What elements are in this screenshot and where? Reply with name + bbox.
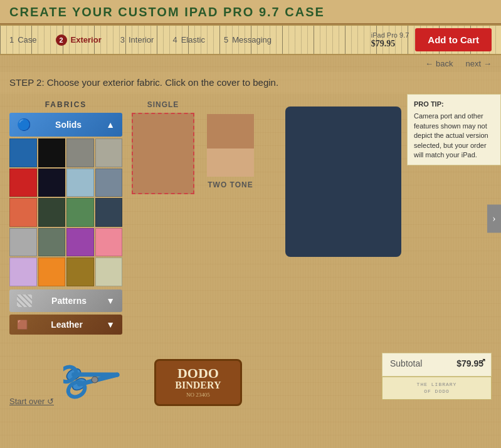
steps-list: 1 Case 2 Exterior 3 Interior 4 Elastic 5… [9,34,371,46]
step-label-messaging: Messaging [232,35,272,44]
subtotal-row: Subtotal $79.95 [390,358,483,368]
dodo-text-dodo: DODO [177,367,219,380]
swatch-red[interactable] [9,169,37,197]
step-label-exterior: Exterior [71,35,102,44]
pro-tip-title: PRO TIP: [414,100,494,109]
step-label-interior: Interior [129,35,154,44]
swatch-cream[interactable] [95,258,123,286]
dodo-no-text: NO 23405 [186,392,210,398]
step-number-3: 3 [120,35,125,44]
step-item-elastic[interactable]: 4 Elastic [172,35,205,44]
library-line2: OF DODO [386,388,487,395]
step-label-elastic: Elastic [181,35,205,44]
swatch-lightgray[interactable] [9,228,37,257]
swatch-gray1[interactable] [66,138,94,167]
patterns-label: Patterns [51,296,87,306]
color-grid [9,138,122,286]
solids-button[interactable]: 🔵 Solids ▲ [9,113,122,137]
steps-bar: 1 Case 2 Exterior 3 Interior 4 Elastic 5… [0,24,501,55]
price-info: iPad Pro 9.7 $79.95 [371,31,409,49]
subtotal-box: ↗ Subtotal $79.95 THE LIBRARY OF DODO [382,353,492,399]
subtotal-label: Subtotal [390,358,422,368]
swatch-sage[interactable] [38,228,66,257]
swatch-purple[interactable] [66,228,94,257]
leather-category: 🟫 Leather ▼ [9,315,122,335]
dodo-text-bindery: BINDERY [175,380,221,390]
library-card: THE LIBRARY OF DODO [382,377,492,399]
patterns-category: Patterns ▼ [9,289,122,312]
patterns-texture-icon [17,294,32,307]
nav-row: ← back next → [0,55,501,72]
page-title: CREATE YOUR CUSTOM IPAD PRO 9.7 CASE [9,5,325,19]
swatch-blue[interactable] [9,138,37,167]
leather-icon: 🟫 [17,320,28,330]
leather-expand-icon: ▼ [106,320,115,330]
swatch-orange[interactable] [9,198,37,227]
step-item-interior[interactable]: 3 Interior [120,35,154,44]
start-over-link[interactable]: Start over ↺ [9,397,54,406]
main-content: FABRICS 🔵 Solids ▲ [0,94,501,343]
dodo-logo: DODO BINDERY NO 23405 [154,359,242,406]
step-number-5: 5 [224,35,228,44]
step-label-case: Case [18,35,36,44]
step-item-messaging[interactable]: 5 Messaging [224,35,272,44]
library-line1: THE LIBRARY [386,381,487,388]
swatch-gray2[interactable] [95,138,123,167]
expand-icon[interactable]: ↗ [480,357,486,365]
back-link[interactable]: ← back [425,59,453,68]
two-tone-fabric-option: TWO TONE [207,114,254,189]
swatch-tan[interactable] [66,258,94,286]
single-fabric-option: SINGLE [132,100,194,194]
back-label: back [436,59,453,68]
solids-expand-icon: ▲ [106,120,115,130]
leather-button[interactable]: 🟫 Leather ▼ [9,315,122,335]
swatch-darkgreen[interactable] [38,198,66,227]
single-label: SINGLE [147,100,179,109]
step-number-4: 4 [172,35,177,44]
fabrics-title: FABRICS [9,100,122,109]
fabric-options: SINGLE TWO TONE [132,100,401,257]
swatch-slate[interactable] [95,169,123,197]
step-circle-2: 2 [56,34,67,46]
ipad-preview [285,107,401,257]
two-tone-bottom [207,148,254,177]
add-to-cart-button[interactable]: Add to Cart [415,28,492,51]
next-arrow-icon: → [483,59,492,68]
two-tone-label: TWO TONE [208,180,253,189]
solids-icon: 🔵 [17,118,31,132]
scissors-area [63,350,145,412]
two-tone-fabric-preview[interactable] [207,114,254,177]
fabrics-panel: FABRICS 🔵 Solids ▲ [9,100,122,337]
swatch-pink[interactable] [95,228,123,257]
price-add-container: iPad Pro 9.7 $79.95 Add to Cart [371,28,492,51]
two-tone-top [207,114,254,148]
step-instruction: STEP 2: Choose your exterior fabric. Cli… [0,72,501,94]
solids-category: 🔵 Solids ▲ [9,113,122,286]
swatch-green[interactable] [66,198,94,227]
swatch-amber[interactable] [38,258,66,286]
patterns-expand-icon: ▼ [106,296,115,306]
side-arrow-icon: › [492,213,495,224]
swatch-darkblue[interactable] [38,169,66,197]
header: CREATE YOUR CUSTOM IPAD PRO 9.7 CASE [0,0,501,24]
next-link[interactable]: next → [465,59,492,68]
subtotal-card: ↗ Subtotal $79.95 [382,353,492,377]
pro-tip-text: Camera port and other features shown may… [414,112,494,160]
step-item-case[interactable]: 1 Case [9,35,37,44]
scissors-icon [63,350,139,419]
device-label: iPad Pro 9.7 [371,31,409,39]
side-arrow-button[interactable]: › [487,204,501,232]
step-item-exterior[interactable]: 2 Exterior [56,34,102,46]
swatch-black[interactable] [38,138,66,167]
step-number-1: 1 [9,35,14,44]
bottom-area: Start over ↺ DODO BINDERY NO 23405 [0,350,501,412]
next-label: next [465,59,481,68]
swatch-teal[interactable] [95,198,123,227]
solids-label: Solids [55,120,82,130]
patterns-button[interactable]: Patterns ▼ [9,289,122,312]
swatch-lavender[interactable] [9,258,37,286]
single-fabric-preview[interactable] [132,113,194,194]
back-arrow-icon: ← [425,59,433,68]
leather-label: Leather [51,320,83,330]
swatch-lightblue[interactable] [66,169,94,197]
